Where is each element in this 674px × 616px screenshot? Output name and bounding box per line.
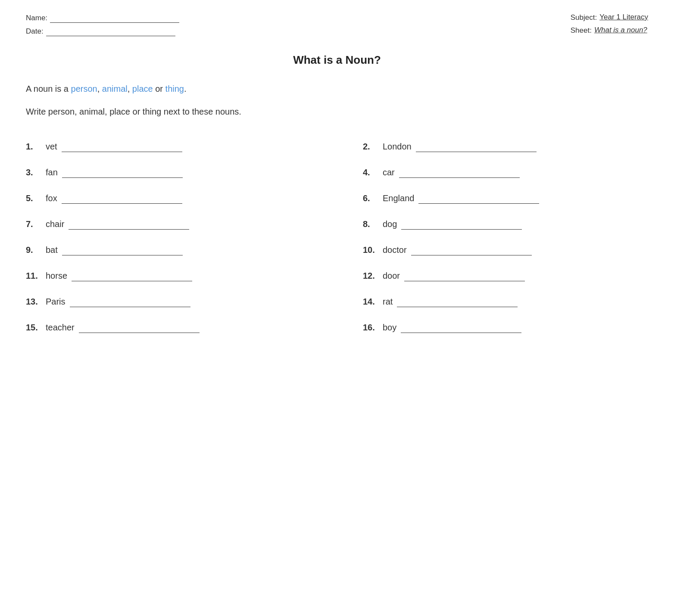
question-word: rat (383, 297, 393, 307)
question-word: chair (46, 219, 64, 229)
answer-line[interactable] (411, 245, 532, 255)
intro-prefix: A noun is a (26, 84, 71, 93)
question-item: 5. fox (26, 186, 337, 212)
page-title: What is a Noun? (26, 53, 648, 67)
question-number: 8. (363, 219, 380, 229)
question-number: 13. (26, 297, 43, 307)
question-number: 4. (363, 168, 380, 177)
question-number: 15. (26, 323, 43, 333)
question-number: 12. (363, 271, 380, 281)
question-word: horse (46, 271, 67, 281)
question-item: 3. fan (26, 160, 337, 186)
question-item: 15. teacher (26, 315, 337, 341)
questions-grid: 1. vet 2. London 3. fan 4. car 5. fox 6.… (26, 134, 648, 341)
question-word: boy (383, 323, 396, 333)
question-number: 9. (26, 245, 43, 255)
answer-line[interactable] (70, 297, 190, 307)
answer-line[interactable] (401, 323, 521, 333)
question-item: 12. door (337, 263, 648, 289)
sheet-label: Sheet: (571, 26, 592, 35)
question-number: 6. (363, 193, 380, 203)
question-word: fan (46, 168, 58, 177)
question-item: 4. car (337, 160, 648, 186)
question-word: Paris (46, 297, 66, 307)
answer-line[interactable] (416, 142, 537, 152)
question-number: 16. (363, 323, 380, 333)
question-item: 1. vet (26, 134, 337, 160)
answer-line[interactable] (404, 271, 525, 281)
intro-word-thing: thing (165, 84, 184, 93)
question-number: 10. (363, 245, 380, 255)
subject-field: Subject: Year 1 Literacy (571, 13, 648, 22)
question-item: 7. chair (26, 212, 337, 237)
sheet-value: What is a noun? (594, 26, 647, 35)
answer-line[interactable] (79, 323, 200, 333)
answer-line[interactable] (62, 193, 182, 204)
name-input-line[interactable] (50, 13, 179, 23)
intro-sep2: , (128, 84, 132, 93)
answer-line[interactable] (62, 168, 183, 178)
intro-text: A noun is a person, animal, place or thi… (26, 84, 648, 94)
question-word: bat (46, 245, 58, 255)
question-item: 6. England (337, 186, 648, 212)
answer-line[interactable] (397, 297, 518, 307)
name-label: Name: (26, 14, 47, 22)
date-field: Date: (26, 26, 179, 36)
intro-word-person: person (71, 84, 97, 93)
question-word: door (383, 271, 400, 281)
answer-line[interactable] (72, 271, 192, 281)
question-item: 11. horse (26, 263, 337, 289)
intro-suffix: . (184, 84, 187, 93)
question-word: fox (46, 193, 57, 203)
header: Name: Date: Subject: Year 1 Literacy She… (26, 13, 648, 36)
question-number: 7. (26, 219, 43, 229)
question-word: teacher (46, 323, 75, 333)
question-number: 3. (26, 168, 43, 177)
subject-label: Subject: (571, 13, 597, 22)
question-number: 11. (26, 271, 43, 281)
subject-value: Year 1 Literacy (599, 13, 648, 22)
question-item: 2. London (337, 134, 648, 160)
sheet-field: Sheet: What is a noun? (571, 26, 648, 35)
answer-line[interactable] (62, 245, 183, 255)
question-number: 1. (26, 142, 43, 152)
name-field: Name: (26, 13, 179, 23)
question-word: England (383, 193, 414, 203)
answer-line[interactable] (69, 219, 189, 230)
answer-line[interactable] (418, 193, 539, 204)
header-right: Subject: Year 1 Literacy Sheet: What is … (571, 13, 648, 36)
question-item: 14. rat (337, 289, 648, 315)
question-word: dog (383, 219, 397, 229)
question-item: 16. boy (337, 315, 648, 341)
question-number: 14. (363, 297, 380, 307)
question-item: 9. bat (26, 237, 337, 263)
question-item: 8. dog (337, 212, 648, 237)
question-number: 2. (363, 142, 380, 152)
date-input-line[interactable] (46, 26, 175, 36)
date-label: Date: (26, 27, 44, 36)
question-word: doctor (383, 245, 407, 255)
intro-word-animal: animal (102, 84, 128, 93)
question-word: London (383, 142, 412, 152)
intro-word-place: place (132, 84, 153, 93)
intro-middle: or (153, 84, 165, 93)
question-number: 5. (26, 193, 43, 203)
header-left: Name: Date: (26, 13, 179, 36)
answer-line[interactable] (399, 168, 520, 178)
answer-line[interactable] (62, 142, 182, 152)
instruction-text: Write person, animal, place or thing nex… (26, 107, 648, 117)
intro-sep1: , (97, 84, 102, 93)
answer-line[interactable] (401, 219, 522, 230)
question-word: vet (46, 142, 57, 152)
question-item: 13. Paris (26, 289, 337, 315)
question-item: 10. doctor (337, 237, 648, 263)
question-word: car (383, 168, 395, 177)
